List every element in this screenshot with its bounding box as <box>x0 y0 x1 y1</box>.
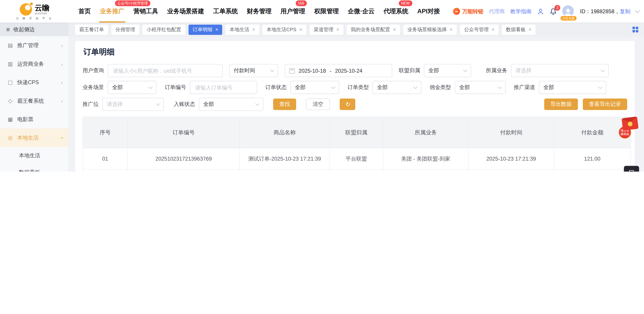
user-query-label: 用户查询 <box>82 67 104 74</box>
entry-status-select[interactable]: 全部 <box>199 98 263 111</box>
close-icon[interactable] <box>492 27 494 32</box>
page-tab[interactable]: 渠道管理 <box>310 24 343 35</box>
nav-item[interactable]: 首页 <box>74 0 95 23</box>
business-select[interactable]: 请选择 <box>511 64 609 77</box>
nav-item[interactable]: 业务推广 公众号/小程序管理 <box>95 0 129 23</box>
date-range-picker[interactable]: 2025-10-18 - 2025-10-24 <box>284 64 392 77</box>
user-profile-button[interactable] <box>537 8 544 15</box>
order-no-input[interactable] <box>190 81 257 94</box>
page-tab[interactable]: 本地生活 <box>226 24 259 35</box>
export-data-button[interactable]: 导出数据 <box>544 98 578 110</box>
sidebar-menu: ▤ 推广管理 ▥ 运营商业务 ▢ 快递CPS <box>0 36 69 172</box>
sidebar-item[interactable]: ▤ 推广管理 <box>0 36 69 54</box>
yunzhan-logo-icon <box>20 3 32 16</box>
sidebar-item[interactable]: ▦ 电影票 <box>0 110 69 128</box>
order-type-select[interactable]: 全部 <box>372 81 422 94</box>
nav-item[interactable]: 工单系统 <box>209 0 242 23</box>
avatar-icon <box>562 5 574 16</box>
local-life-icon: ◎ <box>7 135 14 141</box>
clear-button[interactable]: 清空 <box>306 98 330 110</box>
close-icon[interactable] <box>528 27 531 32</box>
sidebar-item[interactable]: ▢ 快递CPS <box>0 73 69 91</box>
cell-no: 02 <box>83 169 128 172</box>
collapse-sidebar-button[interactable]: 收起侧边 <box>0 23 69 36</box>
column-header: 序号 <box>83 117 128 148</box>
orders-table: 序号订单编号商品名称联盟归属所属业务付款时间付款金额 01 2025102317… <box>82 117 630 172</box>
page-tab[interactable]: 订单明细 <box>188 24 222 35</box>
chevron-right-icon <box>61 61 63 67</box>
nav-item[interactable]: 用户管理 556 <box>276 0 310 23</box>
alliance-select[interactable]: 全部 <box>424 64 471 77</box>
universal-link-button[interactable]: 万能转链 <box>453 8 483 15</box>
page-title: 订单明细 <box>84 47 630 58</box>
close-icon[interactable] <box>393 27 396 32</box>
close-icon[interactable] <box>336 27 339 32</box>
scene-select[interactable]: 全部 <box>108 81 156 94</box>
invite-promo-sticker[interactable]: 邀好友赚奖励 <box>619 117 642 139</box>
version-badge: v3企业版 <box>560 16 576 20</box>
tab-grid-icon[interactable] <box>632 27 638 32</box>
copy-id-link[interactable]: 复制 <box>620 8 630 14</box>
brand-logo[interactable]: 云瞻 yunzhan 云 瞻 开 放 平 台 <box>0 2 69 20</box>
sidebar-item[interactable]: ◎ 本地生活 <box>0 128 69 147</box>
page-tab[interactable]: 分佣管理 <box>111 24 139 35</box>
page-tab[interactable]: 公众号管理 <box>460 24 498 35</box>
commission-type-select[interactable]: 全部 <box>454 81 506 94</box>
free-meal-system-icon: ◇ <box>7 98 14 104</box>
chevron-down-icon[interactable] <box>635 8 640 13</box>
scene-label: 业务场景 <box>82 84 104 91</box>
time-type-select[interactable]: 付款时间 <box>229 64 278 77</box>
nav-item[interactable]: 企微·企云 <box>343 0 379 23</box>
table-body: 01 2025102317213963769 测试订单-2025-10-23 1… <box>83 148 631 172</box>
promotion-icon: ▤ <box>7 42 14 48</box>
nav-item[interactable]: 代理系统 NEW <box>379 0 413 23</box>
hamburger-icon <box>6 26 10 32</box>
notifications-button[interactable]: 3 <box>550 8 557 15</box>
refresh-button[interactable] <box>340 98 356 110</box>
nav-item[interactable]: 财务管理 <box>242 0 276 23</box>
account-id: ID：19882858，复制 <box>580 8 630 15</box>
brand-name: 云瞻 <box>35 4 50 11</box>
slot-select[interactable]: 请选择 <box>102 98 164 111</box>
nav-item-badge: NEW <box>398 0 412 6</box>
close-icon[interactable] <box>299 27 302 32</box>
close-icon[interactable] <box>252 27 255 32</box>
person-icon <box>537 8 544 15</box>
table-header-row: 序号订单编号商品名称联盟归属所属业务付款时间付款金额 <box>83 117 631 148</box>
brand-name-en: yunzhan <box>35 11 50 15</box>
account-avatar[interactable]: v3企业版 <box>562 5 575 17</box>
sidebar-item[interactable]: 本地生活 <box>0 147 69 164</box>
sidebar-item[interactable]: ▥ 运营商业务 <box>0 54 69 73</box>
order-status-select[interactable]: 全部 <box>290 81 339 94</box>
close-icon[interactable] <box>215 27 218 32</box>
cell-no: 01 <box>83 148 128 169</box>
page-tab[interactable]: 本地生活CPS <box>262 24 306 35</box>
nav-item[interactable]: 业务场景搭建 <box>163 0 209 23</box>
sidebar-item[interactable]: 数据看板 <box>0 164 69 172</box>
cell-alliance: 平台联盟 <box>330 148 383 169</box>
official-account-button[interactable]: 公众号 <box>624 166 639 172</box>
guide-link[interactable]: 教学指南 <box>510 8 532 15</box>
page-tab[interactable]: 霸王餐订单 <box>75 24 108 35</box>
channel-select[interactable]: 全部 <box>539 81 606 94</box>
filter-row-2: 业务场景 全部 订单编号 订单状态 <box>82 81 630 94</box>
export-log-button[interactable]: 查看导出记录 <box>583 98 627 110</box>
nav-item[interactable]: API对接 <box>413 0 444 23</box>
order-no-label: 订单编号 <box>165 84 186 91</box>
page-tab[interactable]: 数据看板 <box>502 24 536 35</box>
close-icon[interactable] <box>450 27 452 32</box>
channel-label: 推广渠道 <box>514 84 535 91</box>
page-tab[interactable]: 业务场景模板选择 <box>403 24 457 35</box>
sidebar-item[interactable]: ◇ 霸王餐系统 <box>0 91 69 110</box>
user-query-input[interactable] <box>108 64 223 77</box>
nav-item[interactable]: 权限管理 <box>310 0 343 23</box>
page-tab[interactable]: 我的业务场景配置 <box>346 24 400 35</box>
chevron-down-icon <box>148 85 152 89</box>
gold-coin-icon <box>628 121 633 127</box>
chevron-down-icon <box>156 102 160 106</box>
page-tab[interactable]: 小程序红包配置 <box>142 24 185 35</box>
notification-count-badge: 3 <box>554 5 560 10</box>
cell-business: 美团 - 美团联盟-到家 <box>383 169 468 172</box>
search-button[interactable]: 查找 <box>273 98 296 110</box>
agent-link[interactable]: 代理商 <box>489 8 505 15</box>
